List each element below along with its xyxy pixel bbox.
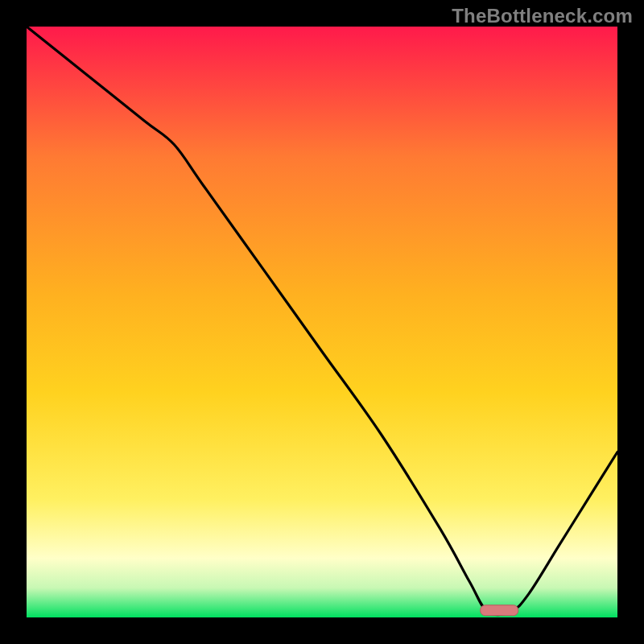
chart-container: TheBottleneck.com	[0, 0, 644, 644]
chart-svg	[0, 0, 644, 644]
watermark-text: TheBottleneck.com	[452, 5, 633, 27]
plot-background	[27, 27, 617, 617]
optimum-marker	[481, 605, 518, 616]
